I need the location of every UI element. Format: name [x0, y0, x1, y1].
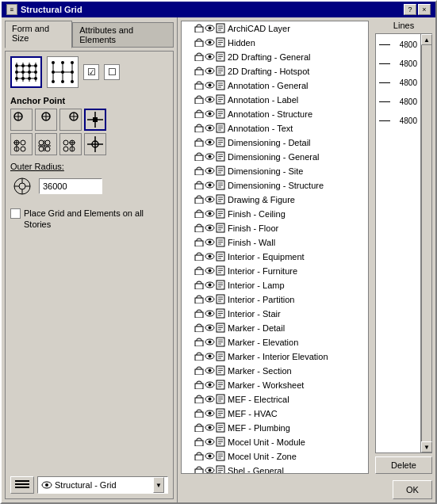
layer-item[interactable]: Annotation - Text [182, 121, 368, 136]
layer-icons [194, 66, 225, 78]
layer-item[interactable]: Dimensioning - Structure [182, 178, 368, 193]
layer-item[interactable]: Hidden [182, 36, 368, 50]
layer-item[interactable]: Drawing & Figure [182, 193, 368, 207]
layer-lock-icon [194, 109, 204, 120]
layer-name: Drawing & Figure [228, 195, 295, 204]
anchor-topleft[interactable] [10, 109, 33, 131]
layer-item[interactable]: Marker - Elevation [182, 335, 368, 349]
layer-item[interactable]: 2D Drafting - Hotspot [182, 64, 368, 78]
layer-item[interactable]: Mocel Unit - Zone [182, 449, 368, 464]
anchor-midcenter[interactable] [35, 133, 57, 155]
layer-item[interactable]: Annotation - Label [182, 93, 368, 107]
svg-rect-230 [195, 341, 203, 346]
layer-lock-icon [194, 238, 204, 248]
ok-button[interactable]: OK [393, 480, 432, 499]
delete-button[interactable]: Delete [375, 456, 432, 474]
layer-list[interactable]: ArchiCAD LayerHidden2D Drafting - Genera… [182, 21, 368, 473]
layer-eye-icon [205, 152, 215, 162]
layer-name: MEF - HVAC [228, 409, 278, 418]
svg-point-15 [15, 77, 18, 80]
layer-doc-icon [216, 194, 225, 206]
layer-name: Annotation - General [228, 81, 309, 90]
layer-item[interactable]: Marker - Section [182, 364, 368, 378]
anchor-midright[interactable] [59, 133, 82, 155]
help-button[interactable]: ? [404, 4, 416, 15]
anchor-cross-selected[interactable] [84, 109, 106, 131]
close-button[interactable]: × [418, 4, 431, 15]
tab-form-and-size[interactable]: Form and Size [5, 21, 72, 48]
layer-lock-icon [194, 295, 204, 305]
layer-item[interactable]: Interior - Lamp [182, 278, 368, 292]
svg-point-134 [209, 140, 212, 143]
svg-rect-181 [195, 241, 203, 246]
scroll-up-btn[interactable]: ▲ [421, 34, 432, 45]
lines-area: 48004800480048004800 ▲ ▼ [375, 33, 432, 453]
svg-rect-125 [195, 127, 203, 132]
line-sample-row[interactable]: 4800 [378, 112, 419, 129]
scroll-down-btn[interactable]: ▼ [421, 441, 432, 452]
layer-item[interactable]: ArchiCAD Layer [182, 21, 368, 36]
layer-item[interactable]: Interior - Furniture [182, 264, 368, 278]
layer-item[interactable]: Dimensioning - Site [182, 164, 368, 178]
lines-scrollbar[interactable]: ▲ ▼ [421, 33, 432, 453]
svg-rect-146 [195, 170, 203, 175]
dropdown-arrow[interactable]: ▼ [153, 477, 164, 493]
layer-item[interactable]: Shel - General [182, 464, 368, 473]
layer-name: Shel - General [228, 466, 284, 473]
svg-point-12 [21, 71, 25, 74]
layer-item[interactable]: Interior - Equipment [182, 250, 368, 264]
tab-attributes-and-elements[interactable]: Attributes and Elements [72, 22, 174, 48]
svg-point-78 [209, 26, 212, 29]
layer-item[interactable]: Finish - Ceiling [182, 207, 368, 221]
svg-rect-71 [15, 480, 29, 482]
lines-panel: Lines 48004800480048004800 ▲ ▼ Delete [372, 17, 435, 477]
line-samples: 48004800480048004800 [375, 33, 421, 453]
layer-name: Interior - Lamp [228, 281, 285, 290]
line-sample-row[interactable]: 4800 [378, 93, 419, 110]
layer-eye-icon [41, 480, 52, 490]
layer-name: Hidden [228, 38, 255, 48]
layer-eye-icon [205, 67, 215, 77]
layer-item[interactable]: MEF - Electrical [182, 392, 368, 407]
layer-item[interactable]: Annotation - General [182, 78, 368, 93]
layer-lock-icon [194, 380, 204, 391]
layer-item[interactable]: Marker - Detail [182, 321, 368, 335]
line-sample-row[interactable]: 4800 [378, 36, 419, 53]
outer-radius-input[interactable]: 36000 [39, 178, 102, 194]
anchor-midleft[interactable] [10, 133, 33, 155]
svg-point-190 [209, 254, 212, 258]
visibility-checkbox[interactable]: ☑ [83, 64, 99, 80]
layer-item[interactable]: Interior - Partition [182, 292, 368, 307]
anchor-cross-right[interactable] [84, 133, 106, 155]
line-sample-row[interactable]: 4800 [378, 55, 419, 72]
layer-settings-button[interactable] [10, 476, 34, 494]
layer-item[interactable]: Marker - Interior Elevation [182, 349, 368, 364]
svg-point-120 [209, 112, 212, 115]
svg-rect-118 [195, 113, 203, 118]
layer-dropdown[interactable]: Structural - Grid ▼ [37, 476, 168, 494]
anchor-topright[interactable] [59, 109, 82, 131]
svg-point-92 [209, 55, 212, 58]
layer-item[interactable]: Finish - Floor [182, 221, 368, 235]
layer-item[interactable]: Finish - Wall [182, 235, 368, 250]
layer-item[interactable]: MEF - HVAC [182, 407, 368, 421]
svg-rect-167 [195, 212, 203, 218]
pattern-grid-2[interactable] [47, 56, 79, 88]
pattern-grid-1[interactable] [10, 56, 42, 88]
all-stories-checkbox[interactable] [10, 208, 21, 219]
layer-item[interactable]: Dimensioning - Detail [182, 136, 368, 150]
layer-item[interactable]: Mocel Unit - Module [182, 435, 368, 449]
line-sample-row[interactable]: 4800 [378, 74, 419, 91]
layer-item[interactable]: Interior - Stair [182, 307, 368, 321]
layer-item[interactable]: Marker - Worksheet [182, 378, 368, 392]
layer-icons [194, 137, 225, 149]
layer-item[interactable]: Dimensioning - General [182, 150, 368, 164]
line-value: 4800 [393, 78, 417, 87]
element-checkbox[interactable]: ☐ [104, 64, 120, 80]
layer-item[interactable]: Annotation - Structure [182, 107, 368, 121]
layer-item[interactable]: MEF - Plumbing [182, 421, 368, 435]
layer-item[interactable]: 2D Drafting - General [182, 50, 368, 64]
anchor-topcenter[interactable] [35, 109, 57, 131]
svg-point-66 [19, 183, 25, 189]
layer-name: Finish - Wall [228, 238, 275, 247]
